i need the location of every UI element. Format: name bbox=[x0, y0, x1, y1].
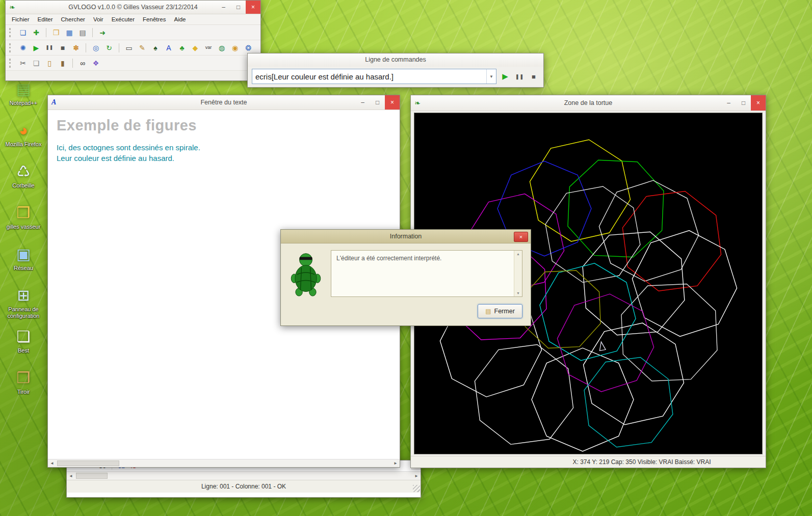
add-icon[interactable]: ✚ bbox=[30, 27, 42, 38]
copy-icon[interactable]: ❏ bbox=[30, 58, 42, 69]
minimize-button[interactable]: – bbox=[721, 95, 736, 111]
desktop-icon[interactable]: ♺Corbeille bbox=[2, 162, 45, 203]
zoom-gear-icon[interactable]: ❂ bbox=[242, 42, 254, 53]
menu-item[interactable]: Fichier bbox=[12, 16, 30, 22]
toolbar-drag-handle[interactable] bbox=[9, 28, 13, 37]
desktop-icon-label: Notepad++ bbox=[10, 100, 37, 106]
toolbar-drag-handle[interactable] bbox=[9, 59, 13, 68]
var-icon[interactable]: var bbox=[202, 42, 215, 53]
font-icon[interactable]: A bbox=[163, 42, 175, 53]
scrollbar-track[interactable] bbox=[56, 459, 391, 467]
octagon-shape bbox=[540, 263, 636, 361]
tree-icon[interactable]: ♣ bbox=[176, 42, 188, 53]
editor-status-bar: Ligne: 001 - Colonne: 001 - OK bbox=[67, 480, 421, 493]
paste-icon[interactable]: ▮ bbox=[57, 58, 69, 69]
close-button[interactable]: × bbox=[751, 95, 766, 111]
desktop-icon[interactable]: ▤Notepad++ bbox=[2, 79, 45, 121]
diamond-icon[interactable]: ◆ bbox=[189, 42, 201, 53]
export-icon[interactable]: ➜ bbox=[96, 27, 109, 38]
scroll-left-button[interactable]: ◄ bbox=[67, 472, 75, 480]
settings-gear-icon[interactable]: ✺ bbox=[17, 42, 29, 53]
text-window-titlebar[interactable]: A Fenêtre du texte – □ × bbox=[48, 95, 400, 110]
pause-button[interactable]: ❚❚ bbox=[514, 70, 525, 83]
stop-button[interactable]: ■ bbox=[528, 70, 539, 83]
scrollbar-thumb[interactable] bbox=[57, 460, 119, 466]
desktop-icon[interactable]: ⊞Panneau de configuration bbox=[2, 286, 45, 327]
menu-item[interactable]: Fenêtres bbox=[143, 16, 166, 22]
maximize-button[interactable]: □ bbox=[231, 1, 246, 14]
scroll-up-button[interactable]: ▲ bbox=[516, 251, 520, 257]
turtle-window-titlebar[interactable]: ❧ Zone de la tortue – □ × bbox=[411, 95, 766, 111]
dialog-scrollbar[interactable]: ▲ ▼ bbox=[514, 251, 522, 296]
scrollbar-track[interactable] bbox=[75, 472, 412, 480]
octagon-shape bbox=[584, 323, 684, 425]
folder-icon: ❒ bbox=[17, 203, 31, 224]
find-icon[interactable]: ∞ bbox=[76, 58, 89, 69]
debug-gears-icon[interactable]: ✽ bbox=[70, 42, 82, 53]
desktop-icon[interactable]: ❏Best bbox=[2, 327, 45, 368]
clipboard-icon[interactable]: ▯ bbox=[43, 58, 56, 69]
chevron-down-icon[interactable]: ▼ bbox=[486, 69, 496, 84]
maximize-button[interactable]: □ bbox=[370, 95, 385, 110]
recycle-bin-icon: ♺ bbox=[17, 162, 31, 182]
octagon-shape bbox=[622, 191, 721, 291]
maximize-button[interactable]: □ bbox=[736, 95, 751, 111]
desktop-icon-label: gilles vasseur bbox=[7, 224, 41, 230]
search-doc-icon[interactable]: ◎ bbox=[90, 42, 102, 53]
run-button[interactable]: ▶ bbox=[500, 70, 511, 83]
resize-grip[interactable] bbox=[413, 485, 420, 492]
toolbar-drag-handle[interactable] bbox=[9, 43, 13, 52]
desktop-icon[interactable]: ❒gilles vasseur bbox=[2, 203, 45, 245]
command-window: Ligne de commandes ▼ ▶ ❚❚ ■ bbox=[247, 53, 544, 88]
desktop-icon-label: Mozilla Firefox bbox=[6, 141, 42, 148]
lock-icon[interactable]: ◉ bbox=[229, 42, 241, 53]
close-button[interactable]: × bbox=[514, 232, 528, 242]
new-file-icon[interactable]: ❏ bbox=[17, 27, 29, 38]
desktop-icon[interactable]: ❒Tiroir bbox=[2, 368, 45, 410]
scroll-down-button[interactable]: ▼ bbox=[516, 290, 520, 296]
octagon-shape bbox=[568, 160, 664, 257]
editor-horizontal-scrollbar[interactable]: ◄ ► bbox=[67, 471, 421, 480]
cut-icon[interactable]: ✂ bbox=[17, 58, 29, 69]
run-toolbar: ✺▶❚❚■✽◎↻▭✎♠A♣◆var◍◉❂ bbox=[6, 40, 260, 56]
stop-icon[interactable]: ■ bbox=[57, 42, 69, 53]
menu-item[interactable]: Editer bbox=[38, 16, 53, 22]
close-button[interactable]: × bbox=[246, 1, 260, 14]
refresh-icon[interactable]: ↻ bbox=[103, 42, 115, 53]
scrollbar-thumb[interactable] bbox=[76, 473, 108, 479]
globe-icon[interactable]: ◍ bbox=[216, 42, 228, 53]
close-button[interactable]: × bbox=[385, 95, 400, 110]
text-horizontal-scrollbar[interactable]: ◄ ► bbox=[48, 459, 400, 467]
dark-tree-icon[interactable]: ♠ bbox=[149, 42, 162, 53]
desktop: ▤Notepad++◕Mozilla Firefox♺Corbeille❒gil… bbox=[0, 0, 812, 516]
screen-icon[interactable]: ▭ bbox=[123, 42, 135, 53]
document-line: Ici, des octognes sont dessinés en spira… bbox=[57, 142, 391, 153]
menu-item[interactable]: Exécuter bbox=[112, 16, 135, 22]
pause-icon[interactable]: ❚❚ bbox=[43, 42, 56, 53]
dialog-titlebar[interactable]: Information × bbox=[281, 230, 531, 243]
menu-item[interactable]: Aide bbox=[174, 16, 186, 22]
turtle-status-bar: X: 374 Y: 219 Cap: 350 Visible: VRAI Bai… bbox=[411, 456, 766, 468]
minimize-button[interactable]: – bbox=[355, 95, 370, 110]
desktop-icon[interactable]: ◕Mozilla Firefox bbox=[2, 121, 45, 162]
print-icon[interactable]: ▤ bbox=[76, 27, 89, 38]
replace-icon[interactable]: ❖ bbox=[90, 58, 102, 69]
scroll-left-button[interactable]: ◄ bbox=[48, 459, 56, 467]
command-input[interactable] bbox=[252, 72, 486, 81]
scroll-right-button[interactable]: ► bbox=[391, 459, 400, 467]
main-window-titlebar[interactable]: ❧ GVLOGO v1.0.0 © Gilles Vasseur 23/12/2… bbox=[6, 1, 260, 14]
fermer-button[interactable]: ▤ Fermer bbox=[478, 304, 522, 318]
scroll-right-button[interactable]: ► bbox=[412, 472, 421, 480]
menu-item[interactable]: Voir bbox=[93, 16, 103, 22]
minimize-button[interactable]: – bbox=[216, 1, 231, 14]
run-icon[interactable]: ▶ bbox=[30, 42, 42, 53]
open-folder-icon[interactable]: ❒ bbox=[50, 27, 62, 38]
desktop-icon[interactable]: ▣Réseau bbox=[2, 245, 45, 286]
menu-bar: FichierEditerChercherVoirExécuterFenêtre… bbox=[6, 14, 260, 25]
octagon-shape bbox=[621, 284, 717, 382]
save-icon[interactable]: ▦ bbox=[63, 27, 75, 38]
command-window-titlebar[interactable]: Ligne de commandes bbox=[248, 53, 543, 67]
edit-doc-icon[interactable]: ✎ bbox=[136, 42, 148, 53]
main-window: ❧ GVLOGO v1.0.0 © Gilles Vasseur 23/12/2… bbox=[5, 0, 261, 81]
menu-item[interactable]: Chercher bbox=[61, 16, 85, 22]
